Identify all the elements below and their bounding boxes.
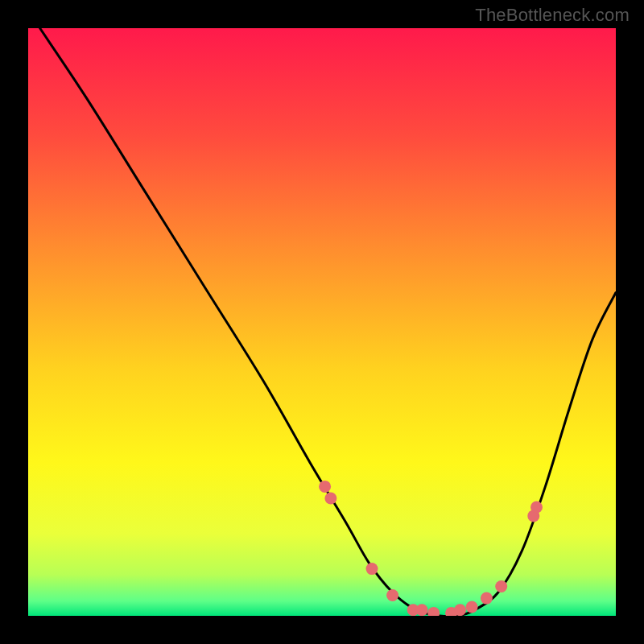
highlight-dot xyxy=(466,601,478,613)
highlight-dot xyxy=(427,607,440,616)
highlight-dot xyxy=(324,493,336,505)
chart-svg xyxy=(28,28,616,616)
bottleneck-curve xyxy=(40,28,616,616)
highlight-dot xyxy=(530,502,543,514)
highlight-dot xyxy=(319,481,331,493)
highlight-dot xyxy=(481,592,493,605)
plot-area xyxy=(28,28,616,616)
highlight-dot xyxy=(495,580,507,592)
highlight-dots-group xyxy=(319,481,543,616)
watermark-text: TheBottleneck.com xyxy=(475,5,630,26)
highlight-dot xyxy=(386,589,398,601)
highlight-dot xyxy=(454,604,466,616)
highlight-dot xyxy=(416,604,428,616)
highlight-dot xyxy=(366,563,378,575)
chart-frame: TheBottleneck.com xyxy=(0,0,644,644)
